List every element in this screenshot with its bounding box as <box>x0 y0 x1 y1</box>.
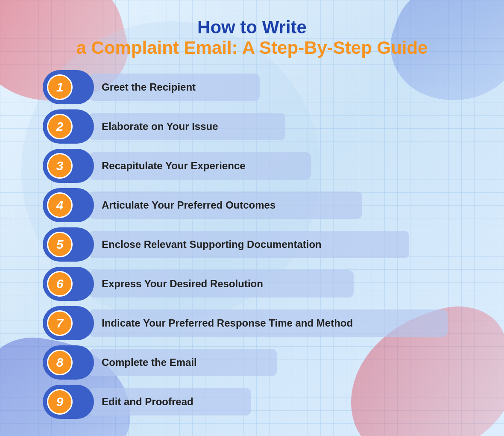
step-badge-3: 3 <box>43 149 94 183</box>
step-row-2: 2Elaborate on Your Issue <box>43 109 461 144</box>
step-row-6: 6Express Your Desired Resolution <box>43 267 461 301</box>
step-row-7: 7Indicate Your Preferred Response Time a… <box>43 306 461 340</box>
step-label-box-4: Articulate Your Preferred Outcomes <box>89 191 362 219</box>
step-badge-5: 5 <box>43 227 94 262</box>
step-label-8: Complete the Email <box>102 356 197 368</box>
step-number-7: 7 <box>47 310 73 336</box>
step-label-7: Indicate Your Preferred Response Time an… <box>102 317 353 329</box>
step-row-3: 3Recapitulate Your Experience <box>43 149 461 183</box>
step-label-box-5: Enclose Relevant Supporting Documentatio… <box>89 231 409 258</box>
step-row-5: 5Enclose Relevant Supporting Documentati… <box>43 227 461 262</box>
title-line2: a Complaint Email: A Step-By-Step Guide <box>76 38 428 58</box>
step-label-box-2: Elaborate on Your Issue <box>89 113 285 140</box>
step-badge-7: 7 <box>43 306 94 340</box>
step-label-box-6: Express Your Desired Resolution <box>89 270 354 298</box>
step-label-box-9: Edit and Proofread <box>89 388 251 415</box>
step-label-5: Enclose Relevant Supporting Documentatio… <box>102 239 322 250</box>
title-container: How to Write a Complaint Email: A Step-B… <box>76 17 428 58</box>
step-number-5: 5 <box>47 232 73 257</box>
step-number-9: 9 <box>47 389 73 415</box>
step-number-8: 8 <box>47 350 73 375</box>
step-label-3: Recapitulate Your Experience <box>102 160 246 171</box>
step-badge-1: 1 <box>43 70 94 104</box>
step-label-box-1: Greet the Recipient <box>89 74 260 101</box>
step-badge-8: 8 <box>43 345 94 380</box>
steps-list: 1Greet the Recipient2Elaborate on Your I… <box>43 70 461 419</box>
step-row-1: 1Greet the Recipient <box>43 70 461 104</box>
step-number-2: 2 <box>47 114 73 139</box>
step-number-4: 4 <box>47 192 73 218</box>
step-badge-4: 4 <box>43 188 94 222</box>
step-label-1: Greet the Recipient <box>102 81 196 93</box>
step-badge-2: 2 <box>43 109 94 144</box>
step-badge-6: 6 <box>43 267 94 301</box>
step-label-2: Elaborate on Your Issue <box>102 121 218 132</box>
step-number-6: 6 <box>47 271 73 297</box>
step-label-4: Articulate Your Preferred Outcomes <box>102 199 275 211</box>
step-label-box-3: Recapitulate Your Experience <box>89 152 311 180</box>
step-badge-9: 9 <box>43 385 94 419</box>
step-row-4: 4Articulate Your Preferred Outcomes <box>43 188 461 222</box>
step-label-box-7: Indicate Your Preferred Response Time an… <box>89 309 448 337</box>
main-content: How to Write a Complaint Email: A Step-B… <box>0 0 504 432</box>
step-row-9: 9Edit and Proofread <box>43 385 461 419</box>
step-row-8: 8Complete the Email <box>43 345 461 380</box>
step-label-6: Express Your Desired Resolution <box>102 278 263 289</box>
title-line1: How to Write <box>76 17 428 38</box>
step-label-box-8: Complete the Email <box>89 349 277 376</box>
step-number-3: 3 <box>47 153 73 179</box>
step-label-9: Edit and Proofread <box>102 396 193 407</box>
step-number-1: 1 <box>47 74 73 100</box>
